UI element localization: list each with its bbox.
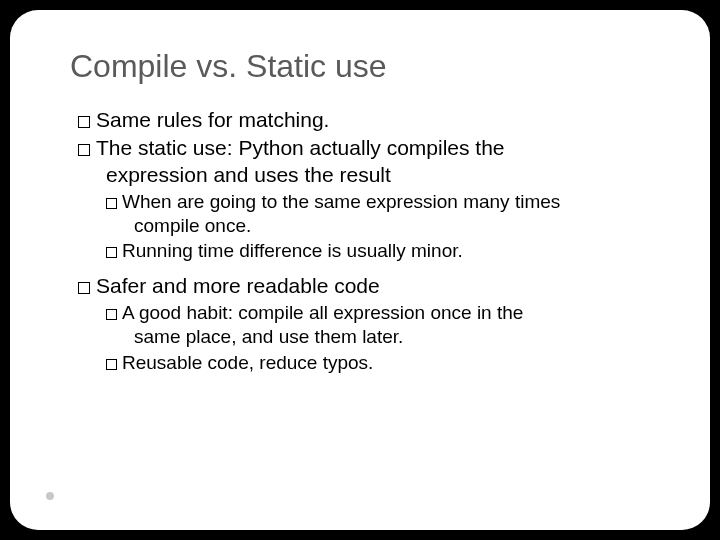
bullet-3: Safer and more readable code [78, 273, 660, 299]
sub-bullet-1: When are going to the same expression ma… [106, 190, 660, 238]
square-bullet-icon [78, 282, 90, 294]
square-bullet-icon [78, 144, 90, 156]
bullet-text: Same rules for matching. [96, 108, 329, 131]
square-bullet-icon [78, 116, 90, 128]
bullet-text: A good habit: compile all expression onc… [122, 302, 523, 323]
bullet-text-cont: same place, and use them later. [134, 325, 660, 349]
bullet-text: The static use: Python actually compiles… [96, 136, 505, 159]
slide-title: Compile vs. Static use [70, 48, 660, 85]
sub-bullet-2: Running time difference is usually minor… [106, 239, 660, 263]
bullet-text: Reusable code, reduce typos. [122, 352, 373, 373]
sub-bullet-3: A good habit: compile all expression onc… [106, 301, 660, 349]
square-bullet-icon [106, 198, 117, 209]
square-bullet-icon [106, 247, 117, 258]
bullet-text-cont: expression and uses the result [106, 162, 660, 188]
bullet-1: Same rules for matching. [78, 107, 660, 133]
bullet-2: The static use: Python actually compiles… [78, 135, 660, 188]
bullet-text: When are going to the same expression ma… [122, 191, 560, 212]
slide: Compile vs. Static use Same rules for ma… [10, 10, 710, 530]
bullet-text: Running time difference is usually minor… [122, 240, 463, 261]
bullet-text: Safer and more readable code [96, 274, 380, 297]
sub-bullet-4: Reusable code, reduce typos. [106, 351, 660, 375]
bullet-text-cont: compile once. [134, 214, 660, 238]
square-bullet-icon [106, 359, 117, 370]
square-bullet-icon [106, 309, 117, 320]
corner-dot-icon [46, 492, 54, 500]
